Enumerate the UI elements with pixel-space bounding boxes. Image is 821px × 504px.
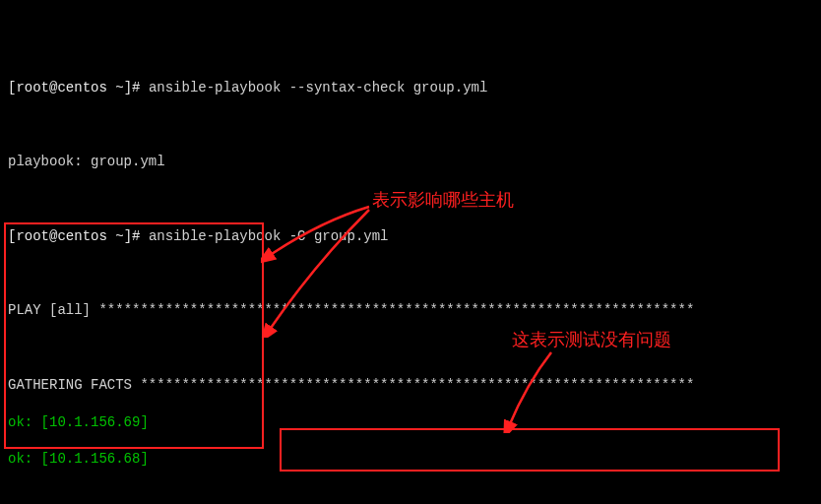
- command-text: ansible-playbook -C group.yml: [149, 228, 389, 244]
- prompt-line-1: [root@centos ~]# ansible-playbook --synt…: [8, 79, 813, 97]
- blank-line: [8, 115, 813, 134]
- gathering-header: GATHERING FACTS ************************…: [8, 376, 813, 395]
- blank-line: [8, 264, 813, 283]
- play-header: PLAY [all] *****************************…: [8, 301, 813, 320]
- command-text: ansible-playbook --syntax-check group.ym…: [149, 80, 487, 95]
- annotation-hosts: 表示影响哪些主机: [372, 188, 514, 212]
- prompt-line-2: [root@centos ~]# ansible-playbook -C gro…: [8, 227, 813, 246]
- blank-line: [8, 339, 813, 357]
- gather-ok-1: ok: [10.1.156.69]: [8, 413, 813, 432]
- playbook-result: playbook: group.yml: [8, 153, 813, 171]
- gather-ok-2: ok: [10.1.156.68]: [8, 450, 813, 469]
- annotation-test-ok: 这表示测试没有问题: [512, 328, 671, 351]
- blank-line: [8, 487, 813, 504]
